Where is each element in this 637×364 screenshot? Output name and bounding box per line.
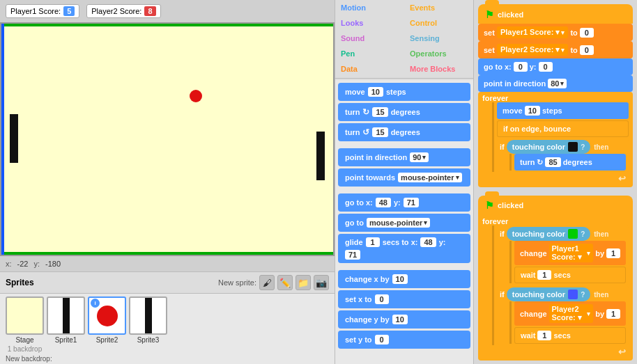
- edit-sprite-button[interactable]: ✏️: [277, 275, 293, 290]
- turn-85-input[interactable]: 85: [545, 157, 560, 167]
- turn-ccw-icon: ↺: [362, 127, 369, 137]
- sprite1-preview: [63, 296, 70, 335]
- sprite-thumb-3: [129, 296, 167, 335]
- folder-sprite-button[interactable]: 📁: [296, 275, 311, 290]
- hat-block-2[interactable]: ⚑ clicked: [478, 196, 633, 215]
- p1-score-dropdown[interactable]: Player1 Score: ▾: [497, 26, 569, 38]
- sprites-panel: Sprites New sprite: 🖌 ✏️ 📁 📷 Stage 1 bac…: [0, 271, 335, 364]
- block-move[interactable]: move 10 steps: [338, 83, 470, 101]
- change-p2-val[interactable]: 1: [606, 309, 620, 319]
- cat-events[interactable]: Events: [404, 0, 473, 15]
- blue-color-swatch[interactable]: [568, 290, 578, 299]
- block-set-p1-score[interactable]: set Player1 Score: ▾ to 0: [478, 24, 633, 41]
- scripts-area: ⚑ clicked set Player1 Score: ▾ to 0 set …: [474, 0, 637, 364]
- dir-80-dropdown[interactable]: 80: [548, 79, 567, 88]
- cat-control[interactable]: Control: [404, 15, 473, 31]
- block-set-x-input[interactable]: 0: [375, 294, 389, 304]
- cat-pen[interactable]: Pen: [335, 46, 404, 61]
- forever-end-arrow-2: ↩: [482, 345, 629, 358]
- block-turn-ccw-input[interactable]: 15: [372, 127, 387, 137]
- new-backdrop-area: New backdrop:: [0, 354, 335, 364]
- cat-looks[interactable]: Looks: [335, 15, 404, 31]
- block-point-towards-dropdown[interactable]: mouse-pointer: [398, 173, 461, 182]
- p1-score-val[interactable]: 0: [580, 28, 594, 38]
- stage-canvas: [0, 22, 335, 256]
- block-turn-85[interactable]: turn ↻ 85 degrees: [514, 154, 626, 171]
- touching-blue-condition[interactable]: touching color ?: [507, 287, 591, 301]
- forever-block-2[interactable]: forever if touching color ? then: [478, 215, 633, 361]
- hat-bump-1: [485, 0, 499, 6]
- block-move-input[interactable]: 10: [368, 87, 383, 97]
- block-point-80[interactable]: point in direction 80: [478, 75, 633, 92]
- block-set-y[interactable]: set y to 0: [338, 331, 470, 349]
- block-goto-y[interactable]: 71: [404, 198, 419, 207]
- cat-sensing[interactable]: Sensing: [404, 31, 473, 46]
- block-goto-dropdown[interactable]: mouse-pointer: [367, 218, 430, 228]
- block-turn-cw[interactable]: turn ↻ 15 degrees: [338, 103, 470, 121]
- if-touching-green-block[interactable]: if touching color ? then change Player1 …: [497, 225, 629, 285]
- stage-area: Player1 Score: 5 Player2 Score: 8 x: -22…: [0, 0, 335, 364]
- inner-move-10[interactable]: move 10 steps: [497, 102, 629, 119]
- block-wait-2[interactable]: wait 1 secs: [514, 327, 626, 344]
- cat-more-blocks[interactable]: More Blocks: [404, 61, 473, 77]
- change-p1-val[interactable]: 1: [606, 248, 620, 258]
- block-glide-x[interactable]: 48: [420, 237, 436, 247]
- cat-sound[interactable]: Sound: [335, 31, 404, 46]
- black-color-swatch[interactable]: [568, 142, 578, 152]
- block-point-dir[interactable]: point in direction 90: [338, 148, 470, 166]
- block-change-x-input[interactable]: 10: [392, 274, 408, 284]
- block-set-p2-score[interactable]: set Player2 Score: ▾ to 0: [478, 41, 633, 58]
- p2-score-dropdown[interactable]: Player2 Score: ▾: [497, 44, 569, 56]
- block-goto-x[interactable]: 48: [376, 198, 391, 207]
- block-change-p2[interactable]: change Player2 Score: ▾ by 1: [514, 301, 626, 326]
- if-touching-blue-block[interactable]: if touching color ? then change Player2 …: [497, 286, 629, 345]
- green-color-swatch[interactable]: [568, 229, 578, 239]
- sprite-item-3[interactable]: Sprite3: [129, 296, 167, 344]
- cat-data[interactable]: Data: [335, 61, 404, 77]
- if-touching-black-block[interactable]: if touching color ? then turn ↻ 85 degre…: [497, 139, 629, 172]
- change-p1-dropdown[interactable]: Player1 Score: ▾: [549, 244, 594, 262]
- wait-1-input[interactable]: 1: [537, 270, 551, 280]
- sprite-item-2[interactable]: i Sprite2: [88, 296, 126, 344]
- goto-x-0[interactable]: 0: [514, 62, 528, 72]
- hat-block-1[interactable]: ⚑ clicked: [478, 4, 633, 24]
- hat-label-1: clicked: [498, 10, 523, 19]
- block-glide-secs[interactable]: 1: [366, 237, 380, 247]
- flag-icon-2: ⚑: [485, 200, 494, 211]
- p2-score-val[interactable]: 0: [580, 45, 594, 55]
- touching-black-condition[interactable]: touching color ?: [507, 140, 591, 154]
- block-turn-ccw[interactable]: turn ↺ 15 degrees: [338, 123, 470, 141]
- block-turn-cw-input[interactable]: 15: [372, 107, 387, 117]
- block-change-y[interactable]: change y by 10: [338, 310, 470, 329]
- sprite-name-3: Sprite3: [137, 336, 160, 344]
- inner-move-input[interactable]: 10: [525, 106, 540, 116]
- block-point-towards[interactable]: point towards mouse-pointer: [338, 168, 470, 187]
- wait-2-input[interactable]: 1: [537, 331, 551, 340]
- blocks-panel: Motion Events Looks Control Sound Sensin…: [335, 0, 474, 364]
- block-goto-pointer[interactable]: go to mouse-pointer: [338, 214, 470, 232]
- cat-operators[interactable]: Operators: [404, 46, 473, 61]
- block-goto-00[interactable]: go to x: 0 y: 0: [478, 58, 633, 75]
- block-point-dir-dropdown[interactable]: 90: [410, 152, 429, 162]
- sprite3-preview: [145, 296, 152, 335]
- sprite-item-stage[interactable]: Stage 1 backdrop: [6, 296, 44, 353]
- change-p2-dropdown[interactable]: Player2 Score: ▾: [549, 304, 594, 323]
- camera-sprite-button[interactable]: 📷: [314, 275, 329, 290]
- block-if-edge[interactable]: if on edge, bounce: [497, 120, 629, 137]
- block-set-x[interactable]: set x to 0: [338, 290, 470, 308]
- block-glide-y[interactable]: 71: [345, 250, 360, 260]
- block-change-p1[interactable]: change Player1 Score: ▾ by 1: [514, 241, 626, 265]
- block-wait-1[interactable]: wait 1 secs: [514, 267, 626, 283]
- block-set-y-input[interactable]: 0: [375, 335, 389, 345]
- touching-green-condition[interactable]: touching color ?: [507, 227, 591, 241]
- block-goto-xy[interactable]: go to x: 48 y: 71: [338, 193, 470, 212]
- goto-y-0[interactable]: 0: [539, 62, 553, 72]
- sprite-item-1[interactable]: Sprite1: [47, 296, 85, 344]
- paint-sprite-button[interactable]: 🖌: [259, 275, 275, 290]
- forever-block-1[interactable]: forever move 10 steps if on edge, bounce…: [478, 92, 633, 187]
- block-change-x[interactable]: change x by 10: [338, 270, 470, 288]
- stage-header: Player1 Score: 5 Player2 Score: 8: [0, 0, 335, 22]
- block-change-y-input[interactable]: 10: [392, 315, 408, 324]
- block-glide[interactable]: glide 1 secs to x: 48 y: 71: [338, 234, 470, 263]
- cat-motion[interactable]: Motion: [335, 0, 404, 15]
